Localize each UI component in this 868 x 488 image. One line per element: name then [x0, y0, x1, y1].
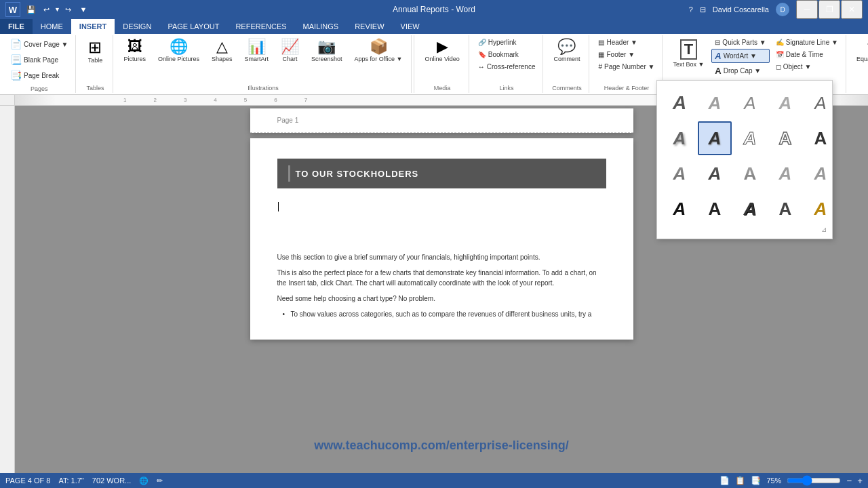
- tab-review[interactable]: REVIEW: [347, 19, 392, 34]
- tab-home[interactable]: HOME: [33, 19, 71, 34]
- qat-dropdown[interactable]: ▼: [77, 3, 90, 16]
- comments-group-label: Comments: [552, 83, 582, 92]
- footer-button[interactable]: ▦Footer ▼: [595, 49, 658, 60]
- wordart-style-19[interactable]: A: [768, 192, 802, 226]
- tab-references[interactable]: REFERENCES: [227, 19, 294, 34]
- save-button[interactable]: 💾: [24, 3, 38, 16]
- restore-button[interactable]: ❐: [818, 0, 840, 19]
- textbox-icon: T: [680, 39, 697, 60]
- help-icon[interactable]: ?: [689, 5, 693, 14]
- tab-view[interactable]: VIEW: [393, 19, 428, 34]
- apps-for-office-button[interactable]: 📦 Apps for Office ▼: [350, 37, 408, 66]
- tab-design[interactable]: DESIGN: [115, 19, 159, 34]
- wordart-style-18[interactable]: A: [733, 192, 767, 226]
- page-2-content[interactable]: TO OUR STOCKHOLDERS Use this section to …: [250, 138, 633, 340]
- tab-pagelayout[interactable]: PAGE LAYOUT: [159, 19, 227, 34]
- wordart-style-6[interactable]: A: [663, 121, 696, 155]
- screenshot-icon: 📷: [317, 39, 336, 54]
- ribbon-group-media: ▶ Online Video Media: [416, 35, 469, 93]
- online-pictures-button[interactable]: 🌐 Online Pictures: [153, 37, 204, 66]
- user-avatar[interactable]: D: [776, 3, 789, 16]
- minimize-ribbon-icon[interactable]: ⊟: [700, 5, 706, 14]
- wordart-style-3[interactable]: A: [733, 86, 767, 120]
- chart-button[interactable]: 📈 Chart: [276, 37, 304, 66]
- zoom-in-button[interactable]: +: [857, 476, 863, 486]
- tab-insert[interactable]: INSERT: [71, 19, 115, 34]
- online-video-button[interactable]: ▶ Online Video: [420, 37, 464, 66]
- wordart-style-11[interactable]: A: [663, 157, 696, 190]
- view-web-button[interactable]: 📋: [735, 476, 745, 485]
- wordart-style-9[interactable]: A: [768, 121, 802, 155]
- wordart-style-12[interactable]: A: [698, 157, 732, 190]
- view-outline-button[interactable]: 📑: [751, 476, 761, 485]
- quick-parts-button[interactable]: ⊟Quick Parts ▼: [711, 37, 769, 48]
- links-group-content: 🔗Hyperlink 🔖Bookmark ↔Cross-reference: [475, 37, 539, 82]
- object-button[interactable]: ◻Object ▼: [772, 61, 842, 73]
- bookmark-button[interactable]: 🔖Bookmark: [475, 49, 539, 60]
- tab-file[interactable]: FILE: [0, 19, 33, 34]
- zoom-slider[interactable]: [787, 476, 841, 485]
- shapes-button[interactable]: △ Shapes: [207, 37, 237, 66]
- cross-reference-button[interactable]: ↔Cross-reference: [475, 61, 539, 73]
- page-break-button[interactable]: 📑Page Break: [7, 68, 71, 83]
- wordart-button[interactable]: A WordArt ▼: [711, 49, 769, 63]
- smartart-button[interactable]: 📊 SmartArt: [240, 37, 274, 66]
- page-number-button[interactable]: #Page Number ▼: [595, 61, 658, 73]
- hyperlink-button[interactable]: 🔗Hyperlink: [475, 37, 539, 48]
- wordart-style-13[interactable]: A: [733, 157, 767, 190]
- language-indicator: 🌐: [139, 476, 149, 485]
- cursor-area[interactable]: [277, 202, 606, 211]
- wordart-style-14[interactable]: A: [768, 157, 802, 190]
- table-icon: ⊞: [88, 39, 102, 56]
- wordart-panel-resize[interactable]: ⊿: [663, 226, 827, 233]
- tab-mailings[interactable]: MAILINGS: [295, 19, 347, 34]
- redo-button[interactable]: ↪: [62, 3, 75, 16]
- zoom-label: 75%: [766, 476, 781, 485]
- wordart-style-10[interactable]: A: [804, 121, 837, 155]
- minimize-button[interactable]: ─: [796, 0, 818, 19]
- textbox-button[interactable]: T Text Box ▼: [668, 37, 709, 71]
- wordart-style-7-selected[interactable]: A: [698, 121, 732, 155]
- blank-page-button[interactable]: 📃Blank Page: [7, 52, 71, 67]
- ribbon-group-header-footer: ▤Header ▼ ▦Footer ▼ #Page Number ▼ Heade…: [591, 35, 663, 93]
- online-pictures-label: Online Pictures: [158, 56, 199, 63]
- word-count: 702 WOR...: [92, 476, 131, 485]
- wordart-style-5[interactable]: A: [804, 86, 837, 120]
- heading-text: TO OUR STOCKHOLDERS: [296, 169, 419, 179]
- close-button[interactable]: ✕: [841, 0, 863, 19]
- apps-label: Apps for Office ▼: [355, 56, 403, 63]
- view-print-button[interactable]: 📄: [719, 476, 730, 485]
- comment-icon: 💬: [557, 39, 576, 54]
- shapes-label: Shapes: [212, 56, 233, 63]
- shapes-icon: △: [216, 39, 228, 54]
- drop-cap-button[interactable]: ADrop Cap ▼: [711, 64, 769, 78]
- equation-button[interactable]: π Equation ▼: [852, 37, 868, 66]
- wordart-style-4[interactable]: A: [768, 86, 802, 120]
- pages-group-content: 📄Cover Page ▼ 📃Blank Page 📑Page Break: [7, 37, 71, 83]
- wordart-style-8[interactable]: A: [733, 121, 767, 155]
- comment-button[interactable]: 💬 Comment: [549, 37, 585, 66]
- doc-text-2: This is also the perfect place for a few…: [277, 268, 606, 288]
- header-button[interactable]: ▤Header ▼: [595, 37, 658, 48]
- section-heading: TO OUR STOCKHOLDERS: [277, 159, 606, 188]
- chart-label: Chart: [283, 56, 298, 63]
- undo-button[interactable]: ↩: [39, 3, 53, 16]
- symbols-group-content: π Equation ▼ Ω Symbol ▼: [852, 37, 868, 82]
- wordart-style-17[interactable]: A: [698, 192, 732, 226]
- status-bar: PAGE 4 OF 8 AT: 1.7" 702 WOR... 🌐 ✏ 📄 📋 …: [0, 473, 868, 488]
- date-time-button[interactable]: 📅Date & Time: [772, 49, 842, 60]
- screenshot-button[interactable]: 📷 Screenshot: [307, 37, 347, 66]
- pictures-button[interactable]: 🖼 Pictures: [119, 37, 151, 66]
- wordart-style-2[interactable]: A: [698, 86, 732, 120]
- online-video-icon: ▶: [437, 39, 448, 54]
- ribbon-group-links: 🔗Hyperlink 🔖Bookmark ↔Cross-reference Li…: [471, 35, 544, 93]
- signature-line-button[interactable]: ✍Signature Line ▼: [772, 37, 842, 48]
- cover-page-button[interactable]: 📄Cover Page ▼: [7, 37, 71, 52]
- table-button[interactable]: ⊞ Table: [81, 37, 108, 67]
- text-group-content: T Text Box ▼ ⊟Quick Parts ▼ A WordArt ▼ …: [668, 37, 841, 82]
- wordart-style-16[interactable]: A: [663, 192, 696, 226]
- zoom-out-button[interactable]: −: [846, 476, 852, 486]
- wordart-style-15[interactable]: A: [804, 157, 837, 190]
- wordart-style-20[interactable]: A: [804, 192, 837, 226]
- wordart-style-1[interactable]: A: [663, 86, 696, 120]
